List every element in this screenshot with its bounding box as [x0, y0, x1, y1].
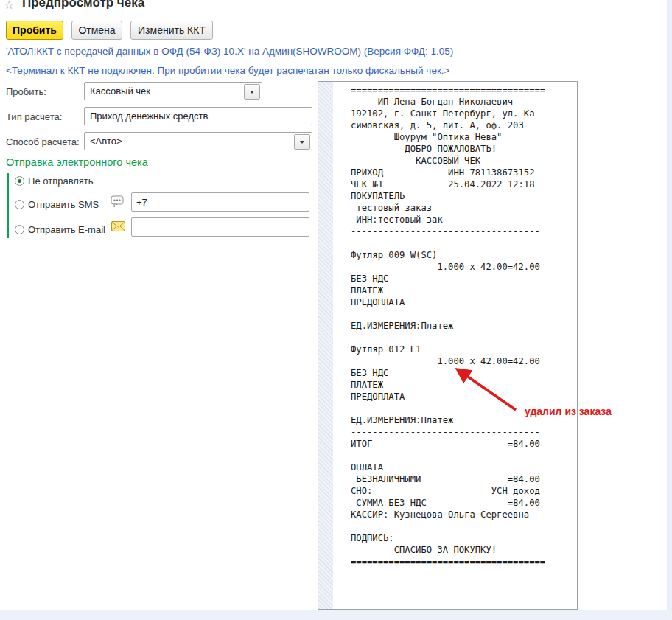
chevron-down-icon	[250, 91, 254, 94]
receipt-type-value: Кассовый чек	[90, 86, 150, 97]
sms-choose-icon[interactable]	[111, 195, 125, 209]
receipt-paper: ==================================== ИП …	[333, 82, 577, 609]
calc-method-label: Способ расчета:	[6, 136, 80, 147]
calc-type-field[interactable]: Приход денежных средств	[84, 107, 312, 125]
radio-send-email[interactable]	[15, 225, 24, 234]
preview-window: ☆ Предпросмотр чека Пробить Отмена Измен…	[0, 0, 672, 620]
favorite-star-icon[interactable]: ☆	[4, 0, 14, 12]
terminal-warning-text: <Терминал к ККТ не подключен. При пробит…	[6, 65, 449, 76]
page-title: Предпросмотр чека	[22, 0, 144, 10]
commit-button[interactable]: Пробить	[6, 21, 63, 40]
chevron-down-icon	[300, 141, 304, 144]
radio-send-sms[interactable]	[15, 200, 24, 209]
section-group-bar	[7, 173, 9, 238]
radio-send-sms-label[interactable]: Отправить SMS	[28, 199, 99, 210]
calc-type-label: Тип расчета:	[6, 111, 62, 122]
calc-type-value: Приход денежных средств	[90, 111, 208, 122]
receipt-text: ==================================== ИП …	[333, 82, 577, 568]
radio-not-send[interactable]	[15, 176, 24, 186]
radio-not-send-label[interactable]: Не отправлять	[28, 175, 94, 187]
email-input[interactable]	[131, 217, 309, 237]
annotation-note: удалил из заказа	[525, 405, 612, 417]
phone-input[interactable]	[131, 192, 309, 212]
cancel-button[interactable]: Отмена	[71, 21, 122, 40]
receipt-type-label: Пробить:	[6, 86, 46, 97]
change-kkt-button[interactable]: Изменить ККТ	[130, 21, 213, 40]
window-edge-strip-right	[667, 0, 672, 620]
calc-method-dropdown-button[interactable]	[294, 134, 310, 150]
receipt-type-combobox[interactable]: Кассовый чек	[84, 82, 262, 100]
send-section-title: Отправка электронного чека	[6, 156, 148, 168]
device-info-text: 'АТОЛ:ККТ с передачей данных в ОФД (54-Ф…	[6, 46, 453, 57]
calc-method-value: <Авто>	[90, 136, 122, 147]
email-envelope-icon	[111, 221, 125, 231]
radio-send-email-label[interactable]: Отправить E-mail	[28, 224, 105, 235]
receipt-type-dropdown-button[interactable]	[244, 84, 260, 100]
calc-method-combobox[interactable]: <Авто>	[84, 132, 312, 150]
receipt-preview-panel: ==================================== ИП …	[318, 81, 578, 610]
window-edge-strip-bottom	[0, 610, 672, 620]
